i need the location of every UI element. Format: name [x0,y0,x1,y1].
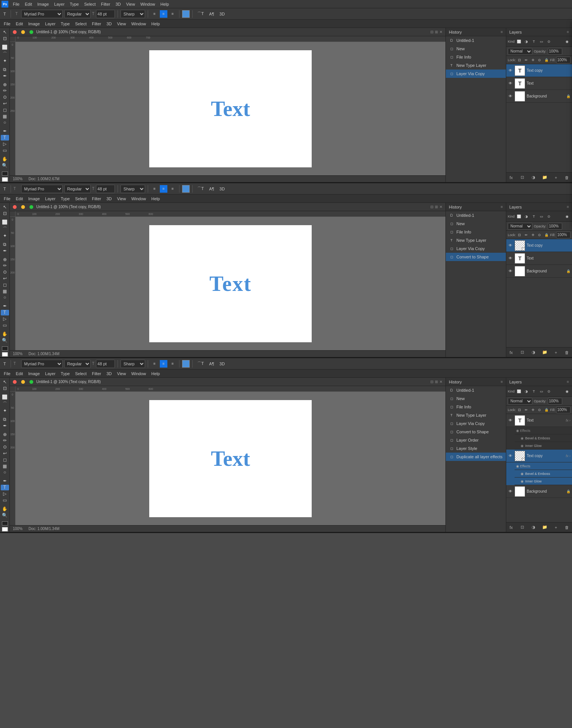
history3-layercopy[interactable]: ◻ Layer Via Copy [446,419,506,428]
clone-1[interactable]: ⊙ [1,94,9,100]
filter-smart-btn[interactable]: ⊙ [546,38,552,45]
history2-untitled[interactable]: 🗋 Untitled-1 [446,211,506,219]
add-mask-btn-1[interactable]: ⊡ [519,174,526,181]
sec2-edit[interactable]: Edit [14,196,25,202]
sec2-help[interactable]: Help [149,196,162,202]
history-item-layercopy-1[interactable]: ◻ Layer Via Copy [446,70,506,78]
menu-layer[interactable]: Layer [52,1,67,7]
filter-adjust-btn-2[interactable]: ◑ [523,213,530,220]
font-size-input[interactable] [96,10,115,18]
sec3-file[interactable]: File [2,371,13,377]
sec3-view[interactable]: View [115,371,128,377]
history3-untitled[interactable]: 🗋 Untitled-1 [446,386,506,394]
add-adjustment-btn-1[interactable]: ◑ [530,174,537,181]
zoom-3[interactable]: 🔍 [1,512,9,518]
sec1-edit[interactable]: Edit [14,21,25,27]
tool-options-btn-2[interactable]: T [2,186,8,192]
canvas-close-btn[interactable]: ✕ [439,30,442,34]
antialias-select-3[interactable]: Sharp [121,360,145,368]
zoom-1[interactable]: 🔍 [1,162,9,168]
history-close-3[interactable]: ≡ [501,380,503,384]
max-btn-3[interactable] [29,380,33,384]
marquee-tool-3[interactable]: ⬜ [1,394,9,400]
marquee-tool-2[interactable]: ⬜ [1,219,9,225]
history-brush-1[interactable]: ↩ [1,101,9,107]
canvas-arrange-btn-2[interactable]: ⊟ [430,205,433,209]
sec2-view[interactable]: View [115,196,128,202]
font-size-input-2[interactable] [96,185,115,193]
history-brush-2[interactable]: ↩ [1,276,9,281]
sec2-image[interactable]: Image [26,196,42,202]
filter-smart-btn-2[interactable]: ⊙ [546,213,552,220]
font-size-input-3[interactable] [96,360,115,368]
add-adjustment-btn-3[interactable]: ◑ [530,524,537,531]
layers-close-3[interactable]: ≡ [567,380,569,384]
gradient-3[interactable]: ▦ [1,463,9,469]
max-btn-2[interactable] [29,205,33,209]
lock-artboard-btn-2[interactable]: ⊙ [537,232,543,238]
lasso-tool-2[interactable]: ⌒ [1,226,9,232]
inner-glow-text-3[interactable]: ◉ Inner Glow [515,442,572,450]
eraser-2[interactable]: ◻ [1,282,9,287]
brush-1[interactable]: ✏ [1,88,9,94]
warp-text-btn[interactable]: ⌒T [195,10,206,17]
sec3-select[interactable]: Select [73,371,89,377]
layers-close-1[interactable]: ≡ [567,30,569,34]
align-center-btn[interactable]: ≡ [160,10,167,18]
eye-textcopy-1[interactable]: 👁 [508,68,513,73]
lasso-tool-3[interactable]: ⌒ [1,401,9,407]
history-item-fileinfo-1[interactable]: ◻ File Info [446,53,506,61]
align-center-btn-2[interactable]: ≡ [160,185,167,193]
eye-bg-2[interactable]: 👁 [508,269,513,274]
type-tool-2[interactable]: T [1,310,9,315]
eraser-1[interactable]: ◻ [1,107,9,113]
sec1-3d[interactable]: 3D [104,21,114,27]
menu-edit[interactable]: Edit [23,1,34,7]
lock-position-btn[interactable]: ✛ [530,57,536,63]
gradient-2[interactable]: ▦ [1,288,9,294]
tool-options-btn[interactable]: T [2,11,8,17]
healing-3[interactable]: ⊕ [1,431,9,437]
align-center-btn-3[interactable]: ≡ [160,360,167,368]
eye-text-2[interactable]: 👁 [508,256,513,261]
move-tool-2[interactable]: ↖ [1,204,9,210]
add-layer-btn-1[interactable]: + [552,174,559,181]
align-left-btn[interactable]: ≡ [151,10,158,18]
lock-artboard-btn-3[interactable]: ⊙ [537,407,543,413]
history3-newtype[interactable]: T New Type Layer [446,411,506,419]
layer-item-text-3[interactable]: 👁 T Text fx › [506,414,572,427]
shape-2[interactable]: ▭ [1,322,9,328]
lasso-tool-1[interactable]: ⌒ [1,51,9,57]
text-color-swatch-3[interactable] [182,360,190,368]
fg-color-3[interactable] [2,521,8,526]
healing-1[interactable]: ⊕ [1,82,9,87]
marquee-tool-1[interactable]: ⬜ [1,45,9,50]
tool-options-btn-3[interactable]: T [2,361,8,367]
add-layer-btn-2[interactable]: + [552,349,559,356]
menu-window[interactable]: Window [138,1,157,7]
filter-shape-btn[interactable]: ▭ [538,38,545,45]
clone-2[interactable]: ⊙ [1,269,9,275]
inner-glow-textcopy-3[interactable]: ◉ Inner Glow [515,478,572,485]
bg-color-1[interactable] [2,177,8,181]
history2-fileinfo[interactable]: ◻ File Info [446,228,506,236]
text-color-swatch[interactable] [182,10,190,18]
add-style-btn-2[interactable]: fx [508,349,515,356]
lock-transparent-btn-3[interactable]: ⊡ [517,407,523,413]
sec1-layer[interactable]: Layer [43,21,58,27]
pen-3[interactable]: ✒ [1,478,9,484]
sec3-edit[interactable]: Edit [14,371,25,377]
add-style-btn-3[interactable]: fx [508,524,515,531]
sec3-filter[interactable]: Filter [90,371,103,377]
add-group-btn-3[interactable]: 📁 [541,524,548,531]
opacity-input-2[interactable] [548,223,562,230]
warp-text-btn-3[interactable]: ⌒T [195,360,206,367]
antialias-select-2[interactable]: Sharp [121,185,145,193]
sec2-window[interactable]: Window [129,196,148,202]
lock-artboard-btn[interactable]: ⊙ [537,57,543,63]
move-tool-1[interactable]: ↖ [1,29,9,35]
history3-dupeffects[interactable]: ◻ Duplicate all layer effects [446,453,506,461]
lock-image-btn[interactable]: ✏ [523,57,529,63]
history3-converttoshape[interactable]: ◻ Convert to Shape [446,428,506,436]
history3-new[interactable]: ◻ New [446,394,506,403]
